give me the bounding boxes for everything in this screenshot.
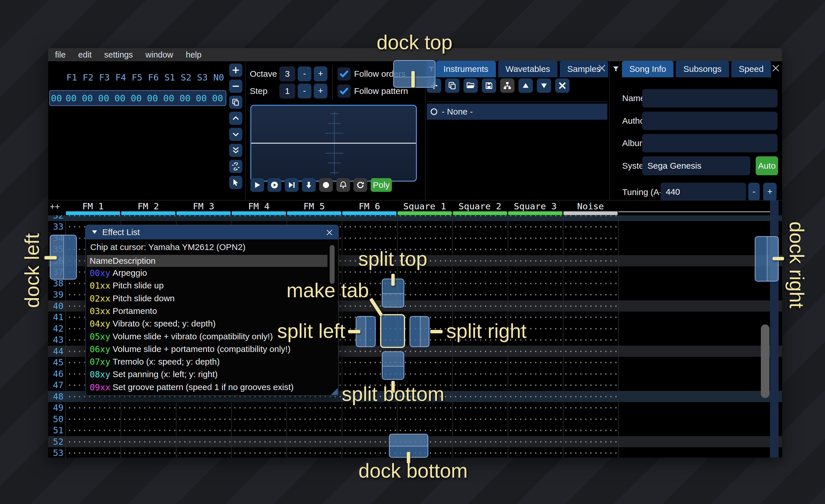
add-button[interactable] xyxy=(229,64,242,77)
system-field[interactable]: Sega Genesis xyxy=(642,156,750,175)
order-cell[interactable]: 00 xyxy=(128,93,144,104)
pattern-row[interactable]: 50 xyxy=(48,414,782,425)
order-channel-header[interactable]: F3 xyxy=(96,72,112,82)
order-cell[interactable]: 00 xyxy=(63,93,79,104)
channel-header[interactable]: FM 3 xyxy=(176,201,231,211)
delete-button[interactable] xyxy=(555,78,570,93)
effect-row[interactable]: 09xxSet groove pattern (speed 1 if no gr… xyxy=(87,382,327,395)
step-minus-button[interactable]: - xyxy=(298,84,311,98)
channel-header[interactable]: Square 1 xyxy=(397,201,452,211)
album-field[interactable] xyxy=(642,134,777,152)
tab-wavetables[interactable]: Wavetables xyxy=(498,61,558,77)
name-field[interactable] xyxy=(642,89,777,107)
tuning-field[interactable]: 440 xyxy=(661,183,746,201)
step-one-row-button[interactable] xyxy=(302,178,316,192)
resize-grip[interactable] xyxy=(331,388,338,395)
toggle-folders-button[interactable] xyxy=(500,78,515,93)
effect-row[interactable]: 00xyArpeggio xyxy=(87,268,327,281)
split-right-target[interactable] xyxy=(409,316,429,347)
order-channel-header[interactable]: S3 xyxy=(194,72,211,82)
channel-header[interactable]: Square 3 xyxy=(508,201,563,211)
menu-item-file[interactable]: file xyxy=(55,50,66,60)
order-channel-header[interactable]: N0 xyxy=(211,72,227,82)
duplicate-button[interactable] xyxy=(445,78,459,93)
instrument-list-item[interactable]: - None - xyxy=(427,104,607,120)
order-channel-header[interactable]: F5 xyxy=(129,72,145,82)
song-info-close-button[interactable] xyxy=(770,63,781,73)
make-tab-target[interactable] xyxy=(380,314,405,348)
order-channel-header[interactable]: S2 xyxy=(178,72,194,82)
system-auto-button[interactable]: Auto xyxy=(756,156,778,175)
move-up-button[interactable] xyxy=(229,112,242,125)
tuning-plus-button[interactable]: + xyxy=(763,183,776,201)
song-info-filter-button[interactable] xyxy=(611,61,621,77)
channel-header[interactable]: FM 1 xyxy=(65,201,121,211)
order-cell[interactable]: 00 xyxy=(95,93,112,104)
menu-item-help[interactable]: help xyxy=(186,50,202,60)
effect-row[interactable]: 07xyTremolo (x: speed; y: depth) xyxy=(87,357,327,369)
play-pattern-button[interactable] xyxy=(268,178,281,192)
tab-song-info[interactable]: Song Info xyxy=(622,61,673,77)
order-selected-row[interactable]: 0000000000000000000000 xyxy=(49,90,226,106)
order-cell[interactable]: 00 xyxy=(79,93,96,104)
octave-minus-button[interactable]: - xyxy=(298,67,311,81)
step-plus-button[interactable]: + xyxy=(314,84,327,98)
tab-speed[interactable]: Speed xyxy=(731,61,771,77)
play-button[interactable] xyxy=(250,178,264,192)
pattern-scrollbar-thumb[interactable] xyxy=(761,324,769,398)
menu-item-edit[interactable]: edit xyxy=(78,50,92,60)
follow-orders-checkbox[interactable] xyxy=(338,67,351,80)
metronome-button[interactable] xyxy=(336,178,350,192)
order-cell[interactable]: 00 xyxy=(112,93,128,104)
order-channel-header[interactable]: F4 xyxy=(112,72,129,82)
effect-row[interactable]: 03xxPortamento xyxy=(87,306,327,319)
duplicate-button[interactable] xyxy=(229,96,242,109)
channel-header[interactable]: FM 2 xyxy=(121,201,176,211)
repeat-pattern-button[interactable] xyxy=(354,178,367,192)
move-down-button[interactable] xyxy=(537,78,551,93)
effect-table-header[interactable]: Name Description xyxy=(87,255,327,267)
channel-header[interactable]: Noise xyxy=(563,201,618,211)
menu-item-settings[interactable]: settings xyxy=(104,50,133,60)
channel-header[interactable]: Square 2 xyxy=(452,201,508,211)
channel-expand-button[interactable]: ++ xyxy=(50,201,60,211)
order-channel-header[interactable]: S1 xyxy=(162,72,178,82)
step-value[interactable]: 1 xyxy=(279,84,295,98)
order-cell[interactable]: 00 xyxy=(193,93,209,104)
collapse-icon[interactable] xyxy=(91,229,98,236)
order-channel-header[interactable]: F6 xyxy=(145,72,162,82)
tuning-minus-button[interactable]: - xyxy=(748,183,760,201)
stop-button[interactable] xyxy=(319,178,333,192)
order-cell[interactable]: 00 xyxy=(144,93,161,104)
move-up-button[interactable] xyxy=(519,78,533,93)
effect-row[interactable]: 06xyVolume slide + portamento (compatibi… xyxy=(87,344,327,357)
poly-button[interactable]: Poly xyxy=(371,178,392,192)
open-button[interactable] xyxy=(463,78,478,93)
remove-button[interactable] xyxy=(229,80,242,93)
channel-header[interactable]: FM 6 xyxy=(342,201,397,211)
octave-plus-button[interactable]: + xyxy=(314,67,327,81)
channel-header[interactable]: FM 4 xyxy=(231,201,287,211)
order-channel-header[interactable]: F2 xyxy=(80,72,96,82)
split-bottom-target[interactable] xyxy=(382,351,404,380)
channel-header[interactable]: FM 5 xyxy=(287,201,342,211)
effect-row[interactable]: 08xySet panning (x: left; y: right) xyxy=(87,369,327,382)
instruments-close-button[interactable] xyxy=(597,63,607,73)
order-channel-header[interactable]: F1 xyxy=(64,72,80,82)
move-to-bottom-button[interactable] xyxy=(229,144,242,157)
close-icon[interactable] xyxy=(325,228,334,237)
effect-list-titlebar[interactable]: Effect List xyxy=(86,225,338,239)
play-from-cursor-button[interactable] xyxy=(285,178,298,192)
tab-subsongs[interactable]: Subsongs xyxy=(676,61,729,77)
author-field[interactable] xyxy=(642,112,777,130)
deep-clone-button[interactable] xyxy=(229,160,242,173)
move-down-button[interactable] xyxy=(229,128,242,141)
tab-instruments[interactable]: Instruments xyxy=(436,61,496,77)
order-cell[interactable]: 00 xyxy=(209,93,226,104)
follow-pattern-checkbox[interactable] xyxy=(338,84,351,98)
effect-list-scrollbar-thumb[interactable] xyxy=(330,245,334,284)
save-button[interactable] xyxy=(482,78,496,93)
order-cell[interactable]: 00 xyxy=(161,93,177,104)
order-edit-mode-button[interactable] xyxy=(229,176,242,189)
octave-value[interactable]: 3 xyxy=(279,67,295,81)
